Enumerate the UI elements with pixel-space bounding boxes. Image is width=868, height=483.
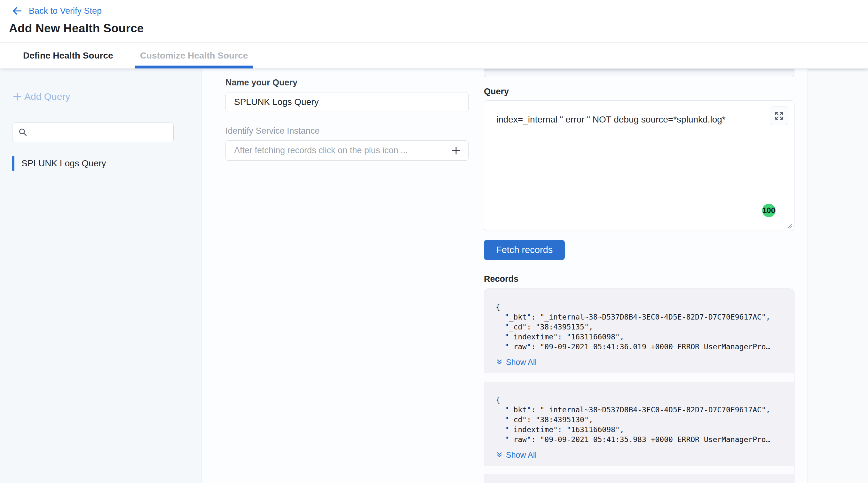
add-query-label: Add Query: [24, 91, 70, 102]
service-instance-add-button[interactable]: [450, 145, 462, 156]
query-search-box: [12, 122, 174, 142]
record-json-line: {: [496, 395, 783, 405]
content-area: Add Query SPLUNK Logs Query: [0, 69, 868, 483]
selected-indicator-bar: [12, 156, 14, 171]
add-health-source-screen: Back to Verify Step Add New Health Sourc…: [0, 0, 868, 483]
query-column: Query index=_internal " error " NOT debu…: [484, 69, 795, 483]
page-title: Add New Health Source: [9, 22, 868, 35]
record-json-line: "_cd": "38:4395135",: [496, 322, 783, 332]
show-all-label: Show All: [506, 358, 537, 367]
service-instance-input[interactable]: [234, 146, 450, 155]
record-json-line: {: [496, 302, 783, 312]
record-item-1: { "_bkt": "_internal~38~D537D8B4-3EC0-4D…: [484, 289, 794, 373]
sidebar-divider: [12, 151, 181, 151]
service-instance-plus-icon: [450, 145, 462, 156]
query-item-label: SPLUNK Logs Query: [22, 158, 106, 169]
show-all-link[interactable]: Show All: [496, 358, 537, 367]
main-panel: Name your Query Identify Service Instanc…: [202, 69, 808, 483]
add-query-button[interactable]: Add Query: [12, 91, 70, 102]
record-count-badge: 100: [762, 204, 776, 217]
record-item-2: { "_bkt": "_internal~38~D537D8B4-3EC0-4D…: [484, 382, 794, 466]
show-all-link[interactable]: Show All: [496, 450, 537, 460]
fetch-records-button[interactable]: Fetch records: [484, 240, 565, 260]
record-json-line: "_raw": "09-09-2021 05:41:36.019 +0000 E…: [496, 342, 783, 352]
back-link-label: Back to Verify Step: [29, 6, 102, 16]
sidebar-item-splunk-logs-query[interactable]: SPLUNK Logs Query: [12, 156, 201, 171]
tab-define-health-source[interactable]: Define Health Source: [18, 42, 119, 68]
identify-service-instance-label: Identify Service Instance: [225, 126, 469, 136]
tab-customize-health-source[interactable]: Customize Health Source: [135, 42, 254, 68]
search-input[interactable]: [32, 128, 167, 138]
query-sidebar: Add Query SPLUNK Logs Query: [0, 69, 202, 483]
right-panel: [808, 69, 868, 483]
page-header: Back to Verify Step Add New Health Sourc…: [0, 0, 868, 42]
query-name-input[interactable]: [225, 92, 469, 112]
records-container: { "_bkt": "_internal~38~D537D8B4-3EC0-4D…: [484, 289, 795, 483]
show-all-label: Show All: [506, 450, 537, 460]
record-json-line: "_indextime": "1631166098",: [496, 425, 783, 435]
service-instance-field: [225, 141, 469, 160]
name-your-query-label: Name your Query: [225, 78, 469, 88]
records-label: Records: [484, 274, 795, 284]
resize-handle-icon[interactable]: [785, 222, 793, 229]
query-editor: index=_internal " error " NOT debug sour…: [484, 100, 795, 231]
record-json-line: "_cd": "38:4395130",: [496, 415, 783, 425]
double-chevron-down-icon: [496, 451, 503, 459]
tab-bar: Define Health Source Customize Health So…: [0, 42, 868, 69]
query-label: Query: [484, 87, 795, 97]
back-link[interactable]: Back to Verify Step: [11, 5, 102, 16]
expand-icon: [774, 111, 784, 121]
query-form-column: Name your Query Identify Service Instanc…: [225, 78, 469, 160]
record-item-3-partial: [484, 474, 794, 483]
expand-query-button[interactable]: [770, 107, 788, 125]
record-json-line: "_indextime": "1631166098",: [496, 332, 783, 342]
double-chevron-down-icon: [496, 359, 503, 366]
query-textarea[interactable]: index=_internal " error " NOT debug sour…: [484, 101, 794, 231]
record-json-line: "_bkt": "_internal~38~D537D8B4-3EC0-4D5E…: [496, 405, 783, 415]
back-arrow-icon: [11, 5, 22, 16]
add-plus-icon: [12, 91, 22, 102]
search-icon: [18, 128, 28, 137]
record-json-line: "_bkt": "_internal~38~D537D8B4-3EC0-4D5E…: [496, 312, 783, 322]
clipped-input-above[interactable]: [484, 69, 795, 77]
record-json-line: "_raw": "09-09-2021 05:41:35.983 +0000 E…: [496, 435, 783, 445]
